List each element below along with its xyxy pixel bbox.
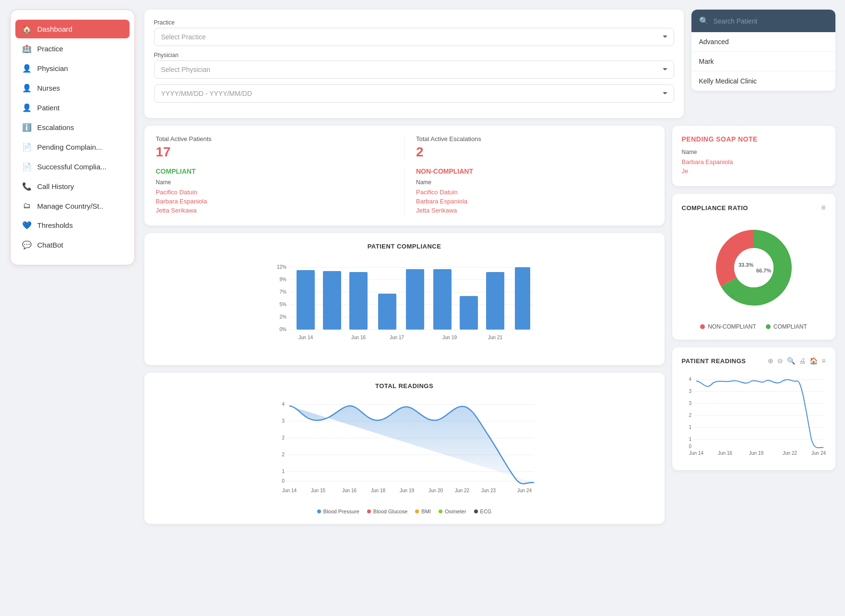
svg-text:Jun 19: Jun 19	[442, 335, 456, 340]
svg-text:3: 3	[689, 389, 691, 394]
sidebar-item-patient[interactable]: 👤 Patient	[15, 98, 130, 117]
compliant-name-3[interactable]: Jetta Serikawa	[156, 207, 393, 214]
sidebar-item-thresholds[interactable]: 💙 Thresholds	[15, 216, 130, 235]
readings-icons: ⊕ ⊖ 🔍 🖨 🏠 ≡	[768, 357, 825, 365]
svg-text:Jun 17: Jun 17	[389, 335, 404, 340]
sidebar-label-patient: Patient	[37, 104, 60, 112]
sidebar-label-nurses: Nurses	[37, 84, 60, 92]
svg-rect-19	[486, 272, 504, 330]
sidebar-item-chatbot[interactable]: 💬 ChatBot	[15, 236, 130, 254]
search-result-mark[interactable]: Mark	[691, 52, 835, 71]
legend-blood-pressure: Blood Pressure	[317, 509, 359, 514]
nurses-icon: 👤	[22, 83, 32, 93]
compliant-name-1[interactable]: Pacifico Datuin	[156, 189, 393, 196]
compliance-ratio-legend: NON-COMPLIANT COMPLIANT	[682, 323, 826, 330]
non-compliant-col-header: Name	[416, 179, 653, 186]
sidebar-item-physician[interactable]: 👤 Physician	[15, 59, 130, 78]
sidebar-item-successful-compliance[interactable]: 📄 Successful Complia...	[15, 157, 130, 176]
svg-text:Jun 22: Jun 22	[454, 488, 469, 493]
physician-select[interactable]: Select Physician	[154, 60, 674, 79]
svg-text:Jun 16: Jun 16	[342, 488, 356, 493]
svg-text:1: 1	[689, 437, 691, 442]
soap-name-2[interactable]: Je	[682, 167, 826, 175]
oximeter-label: Oximeter	[445, 509, 466, 514]
sidebar-item-manage-country[interactable]: 🗂 Manage Country/St..	[15, 197, 130, 215]
practice-select[interactable]: Select Practice	[154, 28, 674, 46]
sidebar-item-pending-complaints[interactable]: 📄 Pending Complain...	[15, 138, 130, 156]
legend-non-compliant: NON-COMPLIANT	[700, 323, 756, 330]
blood-glucose-dot	[367, 509, 371, 513]
sidebar-label-manage-country: Manage Country/St..	[37, 202, 104, 210]
physician-filter-group: Physician Select Physician	[154, 52, 674, 79]
sidebar-label-chatbot: ChatBot	[37, 241, 63, 249]
search-input[interactable]	[714, 17, 828, 25]
ecg-label: ECG	[480, 509, 492, 514]
menu-icon[interactable]: ≡	[821, 357, 825, 365]
svg-text:Jun 16: Jun 16	[351, 335, 365, 340]
non-compliant-name-2[interactable]: Barbara Espaniola	[416, 198, 653, 205]
non-compliant-name-3[interactable]: Jetta Serikawa	[416, 207, 653, 214]
stats-panel: Total Active Patients 17 Total Active Es…	[144, 126, 665, 225]
svg-text:Jun 14: Jun 14	[298, 335, 312, 340]
search-result-kelly[interactable]: Kelly Medical Clinic	[691, 71, 835, 91]
sidebar: 🏠 Dashboard 🏥 Practice 👤 Physician 👤 Nur…	[10, 10, 135, 265]
home-icon[interactable]: 🏠	[809, 357, 818, 365]
compliance-ratio-title: COMPLIANCE RATIO	[682, 204, 748, 212]
svg-text:Jun 14: Jun 14	[689, 450, 703, 456]
non-compliant-name-1[interactable]: Pacifico Datuin	[416, 189, 653, 196]
compliant-legend-label: COMPLIANT	[774, 323, 807, 330]
compliance-ratio-header: COMPLIANCE RATIO ≡	[682, 203, 826, 212]
patient-compliance-title: PATIENT COMPLIANCE	[154, 243, 655, 250]
svg-text:3: 3	[689, 401, 691, 406]
total-readings-legend: Blood Pressure Blood Glucose BMI Ox	[154, 509, 655, 514]
patient-compliance-chart-panel: PATIENT COMPLIANCE 12% 9% 7% 5%	[144, 233, 665, 365]
sidebar-item-call-history[interactable]: 📞 Call History	[15, 177, 130, 196]
svg-text:7%: 7%	[279, 289, 286, 295]
legend-compliant: COMPLIANT	[766, 323, 807, 330]
svg-text:4: 4	[689, 377, 691, 382]
total-readings-chart-panel: TOTAL READINGS 4 3 2 2 1	[144, 373, 665, 524]
blood-pressure-label: Blood Pressure	[323, 509, 359, 514]
magnify-icon[interactable]: 🔍	[787, 357, 795, 365]
print-icon[interactable]: 🖨	[799, 357, 806, 365]
sidebar-label-pending-complaints: Pending Complain...	[37, 143, 102, 151]
svg-text:0: 0	[689, 444, 691, 449]
sidebar-item-dashboard[interactable]: 🏠 Dashboard	[15, 20, 130, 38]
sidebar-item-escalations[interactable]: ℹ️ Escalations	[15, 118, 130, 137]
svg-text:1: 1	[282, 469, 285, 474]
sidebar-label-dashboard: Dashboard	[37, 25, 72, 33]
svg-text:Jun 22: Jun 22	[782, 450, 797, 456]
svg-text:2: 2	[282, 452, 285, 457]
sidebar-label-physician: Physician	[37, 64, 68, 72]
search-result-advanced[interactable]: Advanced	[691, 32, 835, 52]
svg-rect-12	[297, 270, 315, 330]
legend-oximeter: Oximeter	[439, 509, 466, 514]
svg-rect-14	[349, 272, 368, 330]
main-content: Practice Select Practice Physician Selec…	[144, 10, 835, 524]
zoom-in-icon[interactable]: ⊕	[768, 357, 774, 365]
svg-text:2: 2	[282, 435, 285, 440]
blood-pressure-dot	[317, 509, 321, 513]
compliant-col-header: Name	[156, 179, 393, 186]
soap-name-1[interactable]: Barbara Espaniola	[682, 158, 826, 166]
sidebar-label-call-history: Call History	[37, 182, 74, 190]
compliance-row: COMPLIANT Name Pacifico Datuin Barbara E…	[156, 167, 653, 216]
compliance-ratio-menu-icon[interactable]: ≡	[821, 203, 825, 212]
active-escalations-value: 2	[416, 144, 653, 160]
practice-icon: 🏥	[22, 44, 32, 53]
date-select[interactable]: YYYY/MM/DD - YYYY/MM/DD	[154, 84, 674, 103]
compliant-name-2[interactable]: Barbara Espaniola	[156, 198, 393, 205]
patient-readings-title: PATIENT READINGS	[682, 357, 746, 365]
active-patients-block: Total Active Patients 17	[156, 135, 405, 160]
donut-chart: 33.3% 66.7%	[706, 220, 802, 316]
date-filter-group: YYYY/MM/DD - YYYY/MM/DD	[154, 84, 674, 103]
pending-complaints-icon: 📄	[22, 142, 32, 152]
filters-panel: Practice Select Practice Physician Selec…	[144, 10, 684, 118]
sidebar-item-nurses[interactable]: 👤 Nurses	[15, 79, 130, 97]
svg-text:Jun 19: Jun 19	[749, 450, 763, 456]
zoom-out-icon[interactable]: ⊖	[777, 357, 783, 365]
active-escalations-block: Total Active Escalations 2	[404, 135, 653, 160]
sidebar-item-practice[interactable]: 🏥 Practice	[15, 39, 130, 58]
svg-text:Jun 14: Jun 14	[282, 488, 296, 493]
active-patients-value: 17	[156, 144, 393, 160]
